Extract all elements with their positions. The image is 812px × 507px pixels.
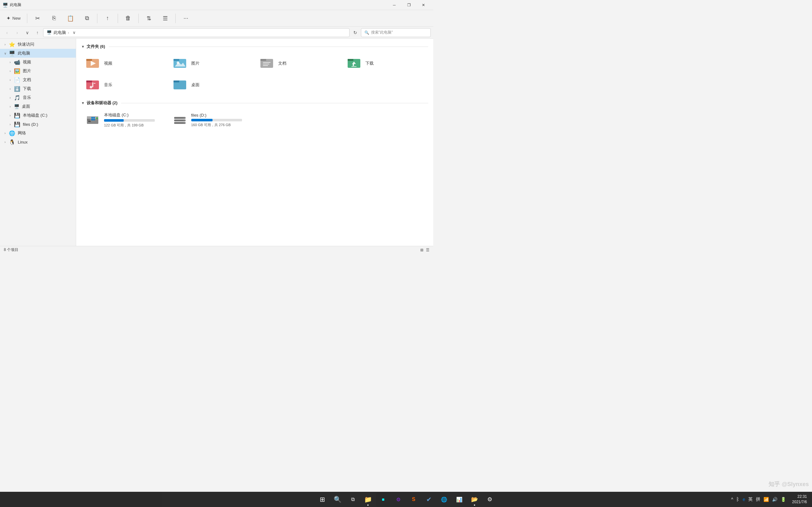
status-right: ⊞ ☰ xyxy=(420,248,429,252)
drives-sep xyxy=(121,103,428,103)
quick-access-icon: ⭐ xyxy=(9,42,15,48)
svg-rect-29 xyxy=(91,117,93,118)
expand-d-drive[interactable]: › xyxy=(8,122,13,127)
close-button[interactable]: ✕ xyxy=(416,0,431,10)
folder-item-documents[interactable]: 文档 xyxy=(255,53,341,73)
sidebar-item-desktop[interactable]: › 🖥️ 桌面 xyxy=(0,102,76,111)
sidebar-item-pictures[interactable]: › 🖼️ 图片 xyxy=(0,66,76,75)
cut-icon: ✂ xyxy=(35,15,40,22)
sidebar-item-c-drive[interactable]: › 💾 本地磁盘 (C:) xyxy=(0,111,76,120)
c-drive-label: 本地磁盘 (C:) xyxy=(23,112,47,118)
expand-music[interactable]: › xyxy=(8,95,13,100)
more-button[interactable]: ··· xyxy=(178,11,194,26)
folder-item-pictures[interactable]: 图片 xyxy=(168,53,254,73)
svg-rect-22 xyxy=(173,80,179,82)
expand-downloads[interactable]: › xyxy=(8,86,13,91)
expand-videos[interactable]: › xyxy=(8,60,13,65)
back-button[interactable]: ‹ xyxy=(3,28,11,37)
address-box[interactable]: 🖥️ 此电脑 › ∨ xyxy=(43,28,350,37)
drive-item-d[interactable]: files (D:) 160 GB 可用，共 276 GB xyxy=(168,110,254,130)
expand-this-pc[interactable]: ∨ xyxy=(3,51,8,56)
sort-icon: ⇅ xyxy=(147,15,151,22)
title-bar-controls: ─ ❐ ✕ xyxy=(387,0,431,10)
address-computer-label: 此电脑 xyxy=(54,30,66,36)
view-icon1[interactable]: ⊞ xyxy=(420,248,423,252)
minimize-button[interactable]: ─ xyxy=(387,0,402,10)
sidebar-item-music[interactable]: › 🎵 音乐 xyxy=(0,93,76,102)
share-icon: ↑ xyxy=(106,15,109,21)
title-bar-left: 🖥️ 此电脑 xyxy=(3,2,21,8)
svg-rect-28 xyxy=(89,119,90,121)
toolbar-sep-3 xyxy=(118,14,118,23)
drives-section-header[interactable]: ▼ 设备和驱动器 (2) xyxy=(81,100,428,106)
linux-icon: 🐧 xyxy=(9,139,15,145)
sidebar-item-this-pc[interactable]: ∨ 🖥️ 此电脑 xyxy=(0,49,76,58)
expand-nav-button[interactable]: ∨ xyxy=(23,28,32,37)
folder-item-music[interactable]: 音乐 xyxy=(81,75,167,95)
view-icon: ☰ xyxy=(163,15,168,22)
drive-item-c[interactable]: 本地磁盘 (C:) 122 GB 可用，共 199 GB xyxy=(81,110,167,130)
svg-rect-11 xyxy=(263,65,268,66)
expand-documents[interactable]: › xyxy=(8,77,13,82)
sort-button[interactable]: ⇅ xyxy=(141,11,156,26)
forward-button[interactable]: › xyxy=(13,28,21,37)
svg-rect-17 xyxy=(86,80,92,82)
toolbar-sep-4 xyxy=(138,14,139,23)
folders-section-header[interactable]: ▼ 文件夹 (6) xyxy=(81,44,428,49)
desktop-icon: 🖥️ xyxy=(14,104,19,109)
folder-item-downloads[interactable]: 下载 xyxy=(343,53,428,73)
folders-collapse-icon[interactable]: ▼ xyxy=(81,45,85,49)
toolbar-sep-2 xyxy=(97,14,97,23)
sidebar-item-videos[interactable]: › 📹 视频 xyxy=(0,58,76,66)
cut-button[interactable]: ✂ xyxy=(30,11,45,26)
view-button[interactable]: ☰ xyxy=(158,11,173,26)
svg-rect-1 xyxy=(86,59,92,61)
music-icon: 🎵 xyxy=(14,95,20,101)
folder-icon-pictures xyxy=(172,56,188,71)
folders-section-title: 文件夹 (6) xyxy=(87,44,105,49)
pictures-label: 图片 xyxy=(23,68,31,74)
sidebar-item-network[interactable]: › 🌐 网络 xyxy=(0,129,76,137)
svg-point-38 xyxy=(184,122,185,124)
drives-collapse-icon[interactable]: ▼ xyxy=(81,101,85,105)
folder-item-videos[interactable]: 视频 xyxy=(81,53,167,73)
search-box[interactable]: 🔍 搜索"此电脑" xyxy=(361,28,431,37)
sidebar-item-downloads[interactable]: › ⬇️ 下载 xyxy=(0,84,76,93)
paste-button[interactable]: 📋 xyxy=(63,11,78,26)
toolbar: ✦ New ✂ ⎘ 📋 ⧉ ↑ 🗑 ⇅ ☰ ··· xyxy=(0,10,433,26)
expand-desktop[interactable]: › xyxy=(8,104,13,109)
expand-pictures[interactable]: › xyxy=(8,68,13,73)
share-button[interactable]: ↑ xyxy=(100,11,115,26)
sidebar-item-quick-access[interactable]: › ⭐ 快速访问 xyxy=(0,40,76,49)
folders-sep xyxy=(109,47,428,47)
address-computer-icon: 🖥️ xyxy=(47,30,52,35)
network-label: 网络 xyxy=(18,130,26,136)
new-button[interactable]: ✦ New xyxy=(3,11,24,26)
d-drive-bar-bg xyxy=(191,119,242,121)
copy-to-button[interactable]: ⧉ xyxy=(79,11,95,26)
refresh-button[interactable]: ↻ xyxy=(351,28,360,37)
address-dropdown[interactable]: ∨ xyxy=(71,28,78,37)
delete-icon: 🗑 xyxy=(125,15,131,21)
expand-quick-access[interactable]: › xyxy=(3,42,8,47)
copy-button[interactable]: ⎘ xyxy=(46,11,61,26)
svg-point-26 xyxy=(96,117,98,119)
expand-c-drive[interactable]: › xyxy=(8,113,13,118)
folder-name-desktop: 桌面 xyxy=(191,82,200,88)
c-drive-icon: 💾 xyxy=(14,112,20,118)
expand-linux[interactable]: › xyxy=(3,139,8,145)
sidebar-item-linux[interactable]: › 🐧 Linux xyxy=(0,137,76,147)
restore-button[interactable]: ❐ xyxy=(402,0,416,10)
sidebar-item-documents[interactable]: › 📄 文档 xyxy=(0,75,76,84)
d-drive-info: files (D:) 160 GB 可用，共 276 GB xyxy=(191,113,242,127)
svg-point-36 xyxy=(184,117,185,118)
folder-item-desktop[interactable]: 桌面 xyxy=(168,75,254,95)
expand-network[interactable]: › xyxy=(3,130,8,135)
delete-button[interactable]: 🗑 xyxy=(120,11,136,26)
up-button[interactable]: ↑ xyxy=(33,28,42,37)
title-bar-title: 此电脑 xyxy=(10,2,21,8)
address-bar: ‹ › ∨ ↑ 🖥️ 此电脑 › ∨ ↻ 🔍 搜索"此电脑" xyxy=(0,26,433,39)
sidebar-item-d-drive[interactable]: › 💾 files (D:) xyxy=(0,120,76,129)
music-label: 音乐 xyxy=(23,95,31,101)
view-icon2[interactable]: ☰ xyxy=(426,248,429,252)
